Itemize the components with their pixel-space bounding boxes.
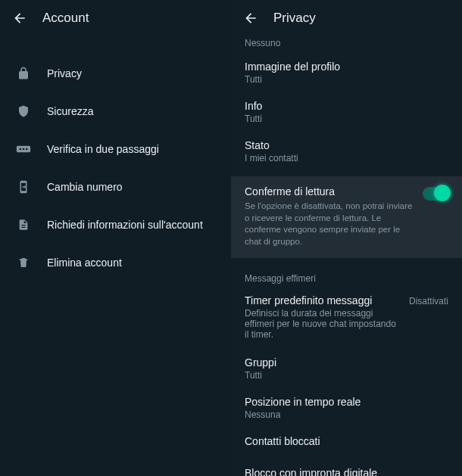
- account-panel: Account Privacy Sicurezza Verifica in du…: [0, 0, 231, 476]
- item-fingerprint-lock[interactable]: Blocco con impronta digitale Disattivato: [231, 459, 462, 476]
- svg-point-1: [20, 148, 22, 151]
- item-title: Timer predefinito messaggi: [245, 294, 396, 306]
- account-header: Account: [0, 0, 231, 36]
- sidebar-item-label: Sicurezza: [47, 105, 93, 117]
- sidebar-item-change-number[interactable]: Cambia numero: [0, 168, 231, 206]
- item-groups[interactable]: Gruppi Tutti: [231, 349, 462, 388]
- svg-point-3: [26, 148, 28, 151]
- lock-icon: [15, 65, 32, 82]
- sidebar-item-security[interactable]: Sicurezza: [0, 92, 231, 130]
- item-title: Blocco con impronta digitale: [245, 467, 448, 476]
- item-sub: Tutti: [245, 114, 448, 124]
- section-ephemeral: Messaggi effimeri: [231, 266, 462, 287]
- document-icon: [15, 216, 32, 233]
- back-icon[interactable]: [242, 9, 260, 27]
- dots-icon: [15, 141, 32, 157]
- shield-icon: [15, 103, 32, 120]
- sidebar-item-label: Cambia numero: [47, 181, 123, 193]
- item-blocked-contacts[interactable]: Contatti bloccati: [231, 428, 462, 455]
- timer-value: Disattivati: [409, 294, 448, 306]
- trash-icon: [15, 254, 32, 271]
- item-title: Contatti bloccati: [245, 435, 448, 447]
- last-seen-sub: Nessuno: [231, 36, 462, 53]
- sidebar-item-label: Richiedi informazioni sull'account: [47, 219, 203, 231]
- item-sub: Se l'opzione è disattivata, non potrai i…: [245, 201, 415, 247]
- privacy-content: Nessuno Immagine del profilo Tutti Info …: [231, 36, 462, 476]
- read-receipts-toggle[interactable]: [423, 187, 448, 201]
- account-title: Account: [42, 11, 89, 26]
- privacy-panel: Privacy Nessuno Immagine del profilo Tut…: [231, 0, 462, 476]
- item-status[interactable]: Stato I miei contatti: [231, 132, 462, 171]
- item-title: Gruppi: [245, 356, 448, 369]
- item-sub: Definisci la durata dei messaggi effimer…: [245, 308, 396, 340]
- item-sub: Nessuna: [245, 409, 448, 420]
- item-sub: Tutti: [245, 370, 448, 381]
- item-info[interactable]: Info Tutti: [231, 92, 462, 132]
- item-sub: I miei contatti: [245, 153, 448, 163]
- sidebar-item-label: Elimina account: [47, 257, 122, 269]
- sidebar-item-label: Verifica in due passaggi: [47, 143, 159, 155]
- item-default-timer[interactable]: Timer predefinito messaggi Definisci la …: [231, 287, 462, 344]
- account-menu: Privacy Sicurezza Verifica in due passag…: [0, 36, 231, 282]
- phone-swap-icon: [15, 179, 32, 195]
- sidebar-item-delete-account[interactable]: Elimina account: [0, 244, 231, 282]
- back-icon[interactable]: [11, 9, 29, 27]
- item-title: Posizione in tempo reale: [245, 396, 448, 408]
- sidebar-item-privacy[interactable]: Privacy: [0, 54, 231, 92]
- item-title: Info: [245, 100, 448, 112]
- item-title: Immagine del profilo: [245, 61, 448, 73]
- sidebar-item-two-step[interactable]: Verifica in due passaggi: [0, 130, 231, 168]
- privacy-header: Privacy: [231, 0, 462, 36]
- privacy-title: Privacy: [273, 11, 316, 26]
- item-title: Stato: [245, 139, 448, 151]
- item-profile-image[interactable]: Immagine del profilo Tutti: [231, 53, 462, 92]
- svg-point-2: [23, 148, 25, 151]
- item-sub: Tutti: [245, 74, 448, 85]
- sidebar-item-label: Privacy: [47, 67, 82, 79]
- item-live-location[interactable]: Posizione in tempo reale Nessuna: [231, 388, 462, 428]
- sidebar-item-request-info[interactable]: Richiedi informazioni sull'account: [0, 206, 231, 244]
- item-title: Conferme di lettura: [245, 185, 448, 198]
- item-read-receipts[interactable]: Conferme di lettura Se l'opzione è disat…: [231, 176, 462, 258]
